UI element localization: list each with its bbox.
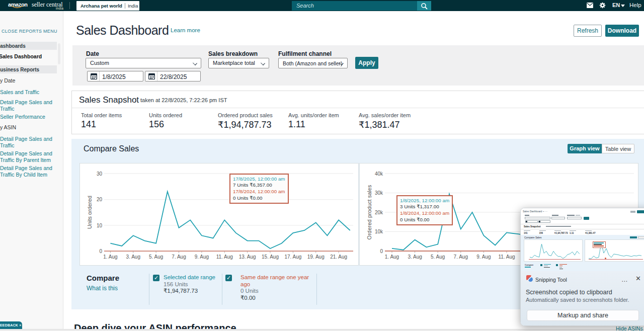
svg-text:5. Aug: 5. Aug — [431, 254, 445, 260]
svg-text:19. Aug: 19. Aug — [307, 254, 325, 260]
svg-text:9. Aug: 9. Aug — [195, 254, 209, 260]
svg-text:11. Aug: 11. Aug — [498, 254, 515, 260]
svg-text:21. Aug: 21. Aug — [330, 254, 347, 260]
svg-text:1. Aug: 1. Aug — [385, 254, 399, 260]
svg-text:15. Aug: 15. Aug — [262, 254, 279, 260]
svg-text:30k: 30k — [375, 190, 383, 196]
svg-text:3. Aug: 3. Aug — [408, 254, 422, 260]
svg-text:17. Aug: 17. Aug — [284, 254, 301, 260]
svg-text:1. Aug: 1. Aug — [103, 254, 117, 260]
svg-text:10: 10 — [97, 223, 103, 228]
svg-text:13. Aug: 13. Aug — [239, 254, 256, 260]
svg-text:5. Aug: 5. Aug — [149, 254, 163, 260]
svg-text:7. Aug: 7. Aug — [454, 254, 468, 260]
svg-text:7. Aug: 7. Aug — [172, 254, 186, 260]
svg-text:11. Aug: 11. Aug — [216, 254, 233, 260]
svg-text:3. Aug: 3. Aug — [126, 254, 140, 260]
svg-text:Units ordered: Units ordered — [87, 196, 93, 229]
svg-text:20: 20 — [97, 197, 103, 202]
svg-text:40k: 40k — [375, 171, 383, 177]
svg-text:9. Aug: 9. Aug — [476, 254, 491, 260]
svg-text:Ordered product sales: Ordered product sales — [366, 185, 372, 239]
svg-text:20k: 20k — [375, 210, 383, 215]
svg-text:30: 30 — [97, 171, 103, 177]
svg-text:0: 0 — [380, 249, 383, 254]
svg-text:0: 0 — [99, 249, 102, 254]
svg-text:10k: 10k — [375, 229, 383, 234]
